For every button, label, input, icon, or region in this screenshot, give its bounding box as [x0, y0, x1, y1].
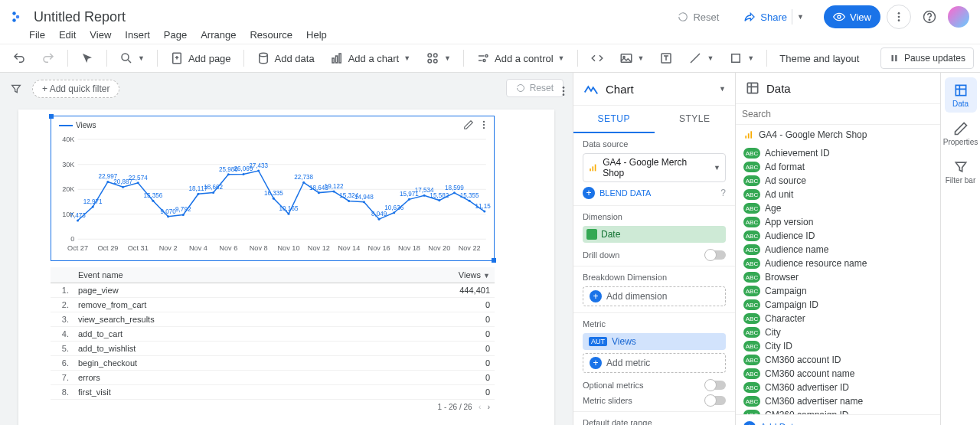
edit-icon[interactable]: [463, 119, 474, 130]
add-data-link[interactable]: +Add Data ›: [736, 414, 940, 425]
table-row[interactable]: 6.begin_checkout0: [51, 356, 495, 371]
svg-text:Nov 6: Nov 6: [219, 244, 237, 252]
field-item[interactable]: ABCBrowser: [736, 270, 940, 284]
tab-setup[interactable]: SETUP: [573, 106, 655, 133]
filter-icon[interactable]: [6, 79, 26, 99]
search-input[interactable]: [736, 104, 940, 125]
reset-button[interactable]: Reset: [668, 5, 728, 28]
selection-tool[interactable]: [74, 47, 100, 69]
dimension-chip[interactable]: Date: [583, 226, 726, 243]
url-embed-button[interactable]: [584, 47, 610, 69]
field-item[interactable]: ABCCity ID: [736, 339, 940, 353]
add-quick-filter[interactable]: + Add quick filter: [32, 80, 119, 98]
image-button[interactable]: ▼: [613, 47, 651, 69]
menu-view[interactable]: View: [90, 29, 111, 41]
table-row[interactable]: 7.errors0: [51, 371, 495, 385]
drilldown-toggle[interactable]: [706, 250, 726, 260]
field-item[interactable]: ABCCM360 account ID: [736, 353, 940, 367]
blend-data-link[interactable]: BLEND DATA: [599, 188, 651, 198]
shape-button[interactable]: ▼: [723, 47, 760, 69]
chart-component[interactable]: Views 40K30K20K10K07,47312,97122,99720,8…: [51, 116, 495, 261]
menu-insert[interactable]: Insert: [125, 29, 150, 41]
data-source-name[interactable]: GA4 - Google Merch Shop: [759, 129, 867, 140]
table-col-event[interactable]: Event name: [74, 267, 359, 283]
dimension-label: Dimension: [583, 212, 726, 221]
rail-tab-filterbar[interactable]: Filter bar: [945, 154, 977, 189]
optional-metrics-toggle[interactable]: [706, 381, 726, 390]
share-button[interactable]: Share▼: [734, 5, 818, 28]
svg-point-75: [318, 191, 320, 194]
table-row[interactable]: 1.page_view444,401: [51, 283, 495, 298]
field-item[interactable]: ABCAudience resource name: [736, 257, 940, 270]
field-item[interactable]: ABCAd format: [736, 160, 940, 174]
field-item[interactable]: ABCAge: [736, 201, 940, 215]
table-row[interactable]: 2.remove_from_cart0: [51, 298, 495, 312]
field-item[interactable]: ABCAudience name: [736, 243, 940, 257]
help-icon[interactable]: [917, 5, 942, 29]
field-item[interactable]: ABCCM360 account name: [736, 367, 940, 381]
menu-arrange[interactable]: Arrange: [201, 29, 236, 41]
menu-resource[interactable]: Resource: [250, 29, 292, 41]
text-button[interactable]: [653, 47, 679, 69]
table-row[interactable]: 3.view_search_results0: [51, 312, 495, 327]
canvas-more-icon[interactable]: [551, 79, 573, 103]
chart-type-dropdown[interactable]: ▼: [719, 85, 726, 93]
add-metric[interactable]: +Add metric: [583, 353, 726, 373]
add-dimension[interactable]: +Add dimension: [583, 286, 726, 306]
menu-page[interactable]: Page: [164, 29, 187, 41]
drilldown-label: Drill down: [583, 250, 619, 260]
expand-icon[interactable]: ›: [933, 422, 936, 425]
view-button[interactable]: View: [824, 5, 880, 28]
community-viz-button[interactable]: ▼: [420, 47, 457, 69]
report-title[interactable]: Untitled Report: [34, 9, 126, 25]
svg-text:18,599: 18,599: [445, 185, 464, 191]
table-col-views[interactable]: Views ▼: [359, 267, 495, 283]
field-item[interactable]: ABCAchievement ID: [736, 146, 940, 160]
line-button[interactable]: ▼: [682, 47, 720, 69]
field-item[interactable]: ABCCampaign: [736, 284, 940, 298]
field-item[interactable]: ABCApp version: [736, 215, 940, 229]
undo-button[interactable]: [6, 47, 32, 69]
field-item[interactable]: ABCCharacter: [736, 312, 940, 325]
rail-tab-properties[interactable]: Properties: [945, 116, 977, 151]
menu-help[interactable]: Help: [306, 29, 327, 41]
table-component[interactable]: Event name Views ▼ 1.page_view444,4012.r…: [51, 267, 495, 414]
table-row[interactable]: 8.first_visit0: [51, 385, 495, 400]
svg-point-57: [182, 214, 185, 216]
field-item[interactable]: ABCCM360 advertiser name: [736, 394, 940, 408]
tab-style[interactable]: STYLE: [655, 106, 736, 133]
field-item[interactable]: ABCCM360 advertiser ID: [736, 381, 940, 394]
field-item[interactable]: ABCAd unit: [736, 188, 940, 201]
menu-edit[interactable]: Edit: [59, 29, 76, 41]
redo-button[interactable]: [35, 47, 61, 69]
add-chart-button[interactable]: Add a chart▼: [324, 47, 416, 69]
table-row[interactable]: 5.add_to_wishlist0: [51, 342, 495, 356]
table-row[interactable]: 4.add_to_cart0: [51, 327, 495, 342]
field-item[interactable]: ABCAd source: [736, 174, 940, 188]
rail-tab-data[interactable]: Data: [945, 77, 977, 113]
field-item[interactable]: ABCAudience ID: [736, 229, 940, 243]
metric-chip[interactable]: AUTViews: [583, 333, 726, 350]
menu-file[interactable]: File: [29, 29, 45, 41]
help-icon[interactable]: ?: [720, 188, 726, 198]
chart-more-icon[interactable]: [479, 119, 489, 130]
data-source-selector[interactable]: GA4 - Google Merch Shop ▼: [583, 153, 726, 182]
svg-text:14,948: 14,948: [354, 194, 374, 201]
theme-layout-button[interactable]: Theme and layout: [773, 47, 865, 69]
add-control-button[interactable]: Add a control▼: [470, 47, 571, 69]
add-data-button[interactable]: Add data: [250, 47, 321, 69]
data-panel-title: Data: [766, 82, 791, 95]
svg-point-47: [106, 181, 109, 183]
svg-point-4: [898, 12, 900, 15]
field-item[interactable]: ABCCity: [736, 325, 940, 339]
field-item[interactable]: ABCCM360 campaign ID: [736, 408, 940, 414]
table-pager[interactable]: 1 - 26 / 26 ‹ ›: [51, 400, 495, 414]
field-item[interactable]: ABCCampaign ID: [736, 298, 940, 312]
pause-updates-button[interactable]: Pause updates: [880, 47, 974, 69]
add-page-button[interactable]: Add page: [164, 47, 237, 69]
metric-sliders-toggle[interactable]: [706, 396, 726, 405]
blend-add-icon[interactable]: +: [583, 187, 595, 199]
user-avatar[interactable]: [948, 6, 969, 28]
zoom-button[interactable]: ▼: [113, 47, 151, 69]
more-options-icon[interactable]: [887, 5, 911, 29]
